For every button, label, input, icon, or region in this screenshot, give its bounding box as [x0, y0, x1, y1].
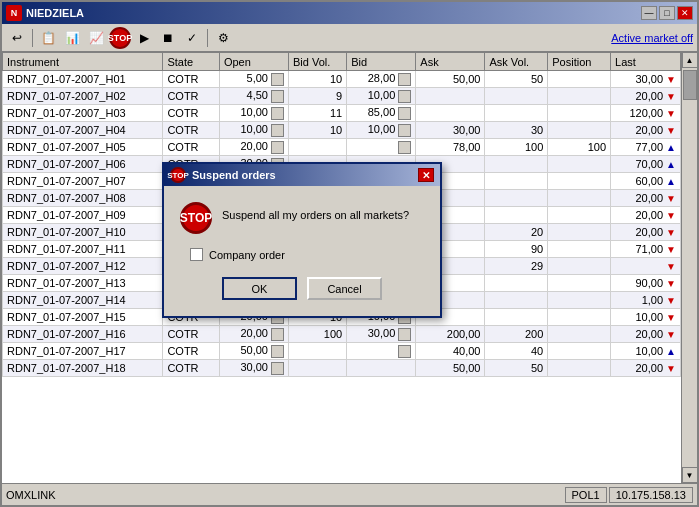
toolbar-btn-7[interactable]: ⚙ — [212, 27, 234, 49]
main-window: N NIEDZIELA — □ ✕ ↩ 📋 📊 📈 STOP ▶ ⏹ ✓ ⚙ A… — [0, 0, 699, 507]
modal-stop-icon: STOP — [170, 167, 186, 183]
modal-overlay: STOP Suspend orders ✕ STOP Suspend all m… — [2, 52, 697, 483]
minimize-button[interactable]: — — [641, 6, 657, 20]
toolbar-btn-1[interactable]: 📋 — [37, 27, 59, 49]
status-pol: POL1 — [565, 487, 607, 503]
modal-checkbox-row: Company order — [180, 248, 424, 261]
toolbar-btn-2[interactable]: 📊 — [61, 27, 83, 49]
modal-message-row: STOP Suspend all my orders on all market… — [180, 202, 424, 234]
modal-close-button[interactable]: ✕ — [418, 168, 434, 182]
modal-body: STOP Suspend all my orders on all market… — [164, 186, 440, 316]
maximize-button[interactable]: □ — [659, 6, 675, 20]
status-ip: 10.175.158.13 — [609, 487, 693, 503]
toolbar: ↩ 📋 📊 📈 STOP ▶ ⏹ ✓ ⚙ Active market off — [2, 24, 697, 52]
modal-buttons: OK Cancel — [180, 277, 424, 300]
cancel-button[interactable]: Cancel — [307, 277, 382, 300]
modal-stop-large-icon: STOP — [180, 202, 212, 234]
modal-message: Suspend all my orders on all markets? — [222, 202, 409, 223]
title-bar: N NIEDZIELA — □ ✕ — [2, 2, 697, 24]
toolbar-sep-2 — [207, 29, 208, 47]
toolbar-btn-6[interactable]: ✓ — [181, 27, 203, 49]
ok-button[interactable]: OK — [222, 277, 297, 300]
close-button[interactable]: ✕ — [677, 6, 693, 20]
company-order-label: Company order — [209, 249, 285, 261]
active-market-link[interactable]: Active market off — [611, 32, 693, 44]
window-controls: — □ ✕ — [641, 6, 693, 20]
toolbar-sep-1 — [32, 29, 33, 47]
app-icon: N — [6, 5, 22, 21]
toolbar-back-button[interactable]: ↩ — [6, 27, 28, 49]
status-omxlink: OMXLINK — [6, 489, 565, 501]
modal-title: Suspend orders — [192, 169, 418, 181]
company-order-checkbox[interactable] — [190, 248, 203, 261]
modal-title-bar: STOP Suspend orders ✕ — [164, 164, 440, 186]
toolbar-btn-4[interactable]: ▶ — [133, 27, 155, 49]
stop-button[interactable]: STOP — [109, 27, 131, 49]
window-title: NIEDZIELA — [26, 7, 641, 19]
table-area: Instrument State Open Bid Vol. Bid Ask A… — [2, 52, 697, 483]
status-bar: OMXLINK POL1 10.175.158.13 — [2, 483, 697, 505]
toolbar-btn-5[interactable]: ⏹ — [157, 27, 179, 49]
toolbar-btn-3[interactable]: 📈 — [85, 27, 107, 49]
status-right: POL1 10.175.158.13 — [565, 487, 694, 503]
suspend-orders-dialog: STOP Suspend orders ✕ STOP Suspend all m… — [162, 162, 442, 318]
